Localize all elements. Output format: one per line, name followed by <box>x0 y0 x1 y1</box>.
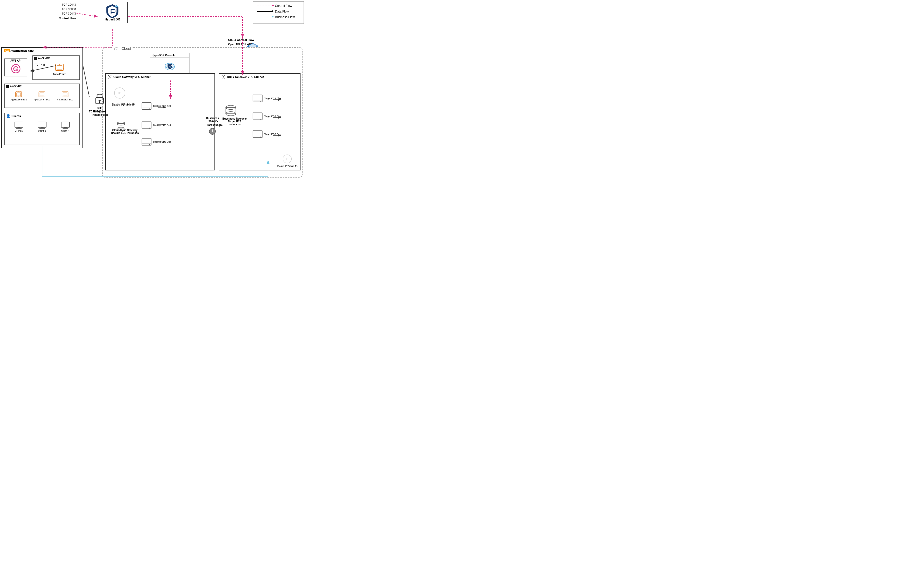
business-flow-label: Business Flow <box>275 15 294 19</box>
hyperbdr-icon <box>106 4 119 17</box>
svg-rect-2 <box>116 6 117 7</box>
svg-rect-48 <box>63 93 67 96</box>
svg-point-94 <box>223 76 224 78</box>
svg-rect-36 <box>40 93 44 96</box>
svg-rect-0 <box>115 6 116 7</box>
disk-row-3: Backup ECS Disk <box>141 138 171 146</box>
backup-disk-2: Backup ECS Disk <box>153 124 171 126</box>
drill-vpc: Drill / Takeover VPC Subnet Bussiness Ta… <box>219 73 300 170</box>
client-n: Client N <box>61 121 70 132</box>
backup-disk-1: Backup ECS Disk <box>153 105 171 107</box>
target-disk-1-label: Target ECS Disk <box>264 97 281 100</box>
control-flow-label-top: Control Flow <box>59 16 76 21</box>
target-disk-2: Target ECS Disk <box>252 112 281 120</box>
svg-rect-61 <box>16 128 22 129</box>
svg-rect-3 <box>117 6 118 7</box>
arrow-tcp-to-hyperbdr <box>74 13 97 17</box>
legend-box: Control Flow Data Flow Business Flow <box>253 1 304 24</box>
tcp-30080: TCP 30080 <box>59 7 76 12</box>
clients-box: 👤 Clients Client A Client B Client N <box>5 113 80 145</box>
target-disk-3-label: Target ECS Disk <box>264 133 281 135</box>
svg-point-93 <box>149 145 150 145</box>
tcp-30443: TCP 30443 <box>59 12 76 16</box>
svg-rect-1 <box>116 5 117 6</box>
svg-point-87 <box>149 109 150 110</box>
aws-api-icon: ⊕ <box>11 64 20 73</box>
target-disk-3: Target ECS Disk <box>252 130 281 138</box>
client-a-label: Client A <box>15 129 23 132</box>
hyperbdr-label: HyperBDR <box>99 18 126 21</box>
diagram-container: Control Flow Data Flow Business Flow TCP… <box>0 0 306 189</box>
ec2-3-label: Application EC2 <box>57 98 73 101</box>
aws-vpc-outer-box: ▦ AWS VPC Application EC2 Application EC… <box>5 84 80 108</box>
svg-rect-65 <box>61 122 69 128</box>
control-flow-line <box>257 6 272 6</box>
target-disk-1: Target ECS Disk <box>252 94 281 102</box>
svg-rect-63 <box>41 128 43 129</box>
legend-item-data: Data Flow <box>257 10 299 13</box>
hyperbdr-console-title: HyperBDR Console <box>150 53 189 58</box>
svg-rect-59 <box>15 122 23 128</box>
ec2-2: Application EC2 <box>34 90 50 101</box>
production-site: aws Production Site AWS API ⊕ ▦ AWS VPC … <box>1 47 83 148</box>
client-a: Client A <box>14 121 23 132</box>
clients-row: Client A Client B Client N <box>5 119 79 133</box>
svg-rect-64 <box>39 128 45 129</box>
aws-vpc-inner-label: ▦ AWS VPC <box>33 56 79 61</box>
drill-vpc-title: Drill / Takeover VPC Subnet <box>219 74 300 80</box>
clients-label: 👤 Clients <box>5 113 79 119</box>
sync-proxy-chip: Sync Proxy <box>53 63 65 75</box>
ec2-1: Application EC2 <box>11 90 27 101</box>
client-b: Client B <box>38 121 47 132</box>
svg-rect-12 <box>57 65 62 69</box>
svg-rect-104 <box>226 107 236 114</box>
hyperbdr-box: HyperBDR <box>97 2 127 23</box>
svg-rect-112 <box>253 131 262 137</box>
tcp-10443: TCP 10443 <box>59 3 76 7</box>
cloud-gateway-title: Cloud Gateway VPC Subnet <box>106 74 214 80</box>
svg-rect-85 <box>142 102 152 110</box>
svg-point-71 <box>109 76 111 78</box>
svg-rect-91 <box>142 138 152 145</box>
elastic-ip-drill: IP Elastic IP(Public IP) <box>277 154 297 167</box>
svg-rect-24 <box>17 93 21 96</box>
data-flow-label: Data Flow <box>275 10 289 13</box>
cloud-outer: Cloud HyperBDR Console ECS with EIP(5 Mb… <box>102 47 303 178</box>
client-n-label: Client N <box>61 129 69 132</box>
aws-api-box: AWS API ⊕ <box>5 58 27 76</box>
svg-rect-88 <box>142 122 152 129</box>
disk-row-2: Backup ECS Disk <box>141 121 171 129</box>
business-flow-line <box>257 17 272 17</box>
aws-api-label: AWS API <box>5 59 27 62</box>
takeover-icon <box>225 105 237 117</box>
ec2-1-label: Application EC2 <box>11 98 27 101</box>
tcp-3260-label: TCP 3260 <box>89 110 102 113</box>
svg-rect-83 <box>117 124 125 129</box>
sync-gw-icon <box>116 121 126 132</box>
svg-point-108 <box>260 101 261 102</box>
control-flow-label: Control Flow <box>275 4 292 8</box>
ec2-3: Application EC2 <box>57 90 73 101</box>
bussiness-recovery-label: Bussiness Recovery Takeover <box>203 117 222 135</box>
legend-item-control: Control Flow <box>257 4 299 8</box>
svg-text:IP: IP <box>286 158 288 160</box>
backup-disk-3: Backup ECS Disk <box>153 140 171 143</box>
data-flow-line <box>257 11 272 12</box>
arrow-sync-right <box>83 65 90 97</box>
ec2-row: Application EC2 Application EC2 Applicat… <box>5 89 79 102</box>
tcp-443-label: TCP 443 <box>35 63 45 66</box>
cloud-label: Cloud <box>113 47 132 50</box>
client-b-label: Client B <box>38 129 46 132</box>
tcp-labels: TCP 10443 TCP 30080 TCP 30443 Control Fl… <box>59 3 76 20</box>
elastic-ip-gw-label: Elastic IP(Public IP) <box>108 103 139 106</box>
svg-text:IP: IP <box>118 91 121 94</box>
aws-vpc-outer-label: ▦ AWS VPC <box>5 84 79 89</box>
svg-rect-62 <box>38 122 46 128</box>
legend-item-business: Business Flow <box>257 15 299 19</box>
target-disk-2-label: Target ECS Disk <box>264 115 281 117</box>
svg-point-111 <box>260 119 261 120</box>
takeover-label: Bussiness Takeover Target ECS Instances <box>222 117 247 126</box>
ip-circle-gw: IP <box>113 87 126 100</box>
ec2-2-label: Application EC2 <box>34 98 50 101</box>
svg-rect-109 <box>253 113 262 120</box>
